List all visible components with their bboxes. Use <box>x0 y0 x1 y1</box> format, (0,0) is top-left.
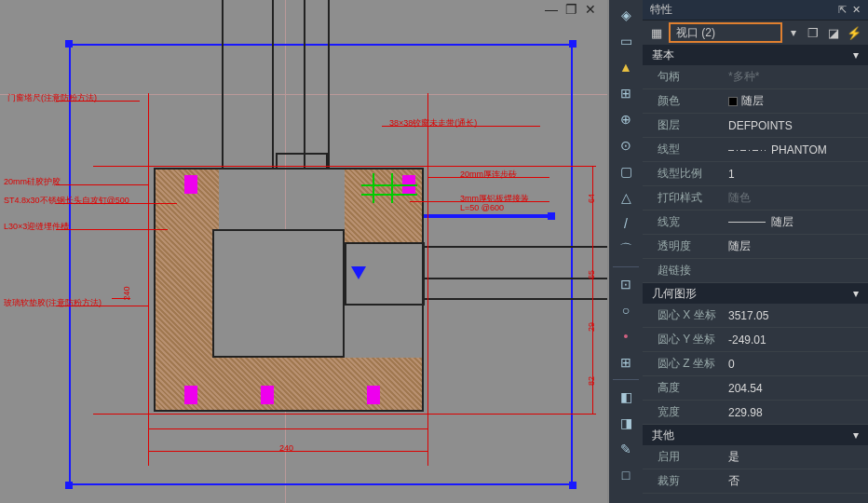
rebar-2 <box>361 194 417 196</box>
frame-bot <box>154 410 424 412</box>
select-similar-icon[interactable]: ◪ <box>825 24 842 41</box>
prop-lineweight[interactable]: 线宽随层 <box>643 211 868 235</box>
profile-v2 <box>272 0 274 170</box>
prop-centerz[interactable]: 圆心 Z 坐标0 <box>643 352 868 376</box>
prop-plotstyle[interactable]: 打印样式随色 <box>643 186 868 211</box>
selection-text: 视口 (2) <box>676 25 715 41</box>
tool-block-icon[interactable]: ⊞ <box>615 351 637 374</box>
tool-rotate-icon[interactable]: ⊙ <box>615 134 637 156</box>
rebar-v1 <box>373 173 374 203</box>
dim-82: 82 <box>587 376 596 386</box>
grip2-r[interactable] <box>548 212 555 220</box>
grip-tl[interactable] <box>65 40 73 48</box>
tool-point-icon[interactable]: • <box>615 325 637 347</box>
profile-v3 <box>304 0 305 170</box>
selection-row: ▦ 视口 (2) ▾ ❐ ◪ ⚡ <box>643 20 868 45</box>
note-3: ST4.8x30不锈钢长头自攻钉@500 <box>4 195 129 207</box>
note-2: 20mm硅胶护胶 <box>4 176 61 188</box>
prop-hyperlink[interactable]: 超链接 <box>643 259 868 283</box>
prop-transparency[interactable]: 透明度随层 <box>643 235 868 259</box>
properties-panel: 特性 ⇱ ✕ ▦ 视口 (2) ▾ ❐ ◪ ⚡ 基本 ▾ 句柄*多种* 颜色随层… <box>643 0 868 503</box>
profile-h1 <box>425 246 607 248</box>
prop-ltscale[interactable]: 线型比例1 <box>643 162 868 186</box>
grip-br[interactable] <box>569 482 576 489</box>
tool-mirror-icon[interactable]: ▲ <box>615 56 637 78</box>
section-basic-label: 基本 <box>652 48 674 63</box>
dim-240-bottom: 240 <box>279 443 293 453</box>
section-misc[interactable]: 其他 ▾ <box>643 425 868 445</box>
prop-centery[interactable]: 圆心 Y 坐标-249.01 <box>643 328 868 352</box>
tool-scale-icon[interactable]: ▢ <box>615 160 637 183</box>
prop-clipped[interactable]: 裁剪否 <box>643 469 868 494</box>
toolbar-separator <box>613 266 639 267</box>
leader-2 <box>56 184 149 185</box>
toggle-pip-icon[interactable]: ▦ <box>648 24 665 41</box>
anchor-3 <box>261 386 274 404</box>
tool-align-right-icon[interactable]: ◨ <box>615 412 637 434</box>
dim-bottom2 <box>148 428 427 429</box>
tool-rectangle-icon[interactable]: ▭ <box>615 30 637 52</box>
note-6: 38×38铰窗未走带(通长) <box>389 117 477 129</box>
quick-select-icon[interactable]: ❐ <box>805 24 821 41</box>
tool-eraser-icon[interactable]: ◈ <box>615 4 637 26</box>
prop-layer[interactable]: 图层DEFPOINTS <box>643 114 868 138</box>
panel-title: 特性 <box>650 2 833 18</box>
profile-v4 <box>328 0 330 170</box>
dim-v2 <box>427 93 428 466</box>
prop-linetype[interactable]: 线型PHANTOM <box>643 138 868 162</box>
panel-header[interactable]: 特性 ⇱ ✕ <box>643 0 868 20</box>
tool-align-left-icon[interactable]: ◧ <box>615 386 637 408</box>
prop-height[interactable]: 高度204.54 <box>643 376 868 401</box>
tool-line-icon[interactable]: / <box>615 212 637 235</box>
grip-tr[interactable] <box>569 40 576 48</box>
tool-palette-toolbar: ◈ ▭ ▲ ⊞ ⊕ ⊙ ▢ △ / ⌒ ⊡ ○ • ⊞ ◧ ◨ ✎ □ <box>609 0 643 503</box>
minimize-icon[interactable]: — <box>545 2 558 17</box>
dim-h2 <box>93 414 596 415</box>
dim-v1 <box>148 93 149 466</box>
profile-h2 <box>425 278 607 279</box>
restore-icon[interactable]: ❐ <box>565 2 577 17</box>
close-icon[interactable]: ✕ <box>585 2 596 17</box>
canvas-window-controls: — ❐ ✕ <box>545 2 596 17</box>
profile-h3 <box>425 298 607 300</box>
lightning-icon[interactable]: ⚡ <box>846 24 862 41</box>
prop-centerx[interactable]: 圆心 X 坐标3517.05 <box>643 304 868 328</box>
section-geometry[interactable]: 几何图形 ▾ <box>643 283 868 304</box>
rebar-1 <box>361 184 417 186</box>
triangle-marker <box>351 266 366 279</box>
tool-edit-icon[interactable]: ✎ <box>615 438 637 460</box>
tool-move-icon[interactable]: ⊕ <box>615 108 637 130</box>
leader-4 <box>56 229 168 230</box>
grip-bl[interactable] <box>65 482 73 489</box>
dim-65: 65 <box>587 270 596 279</box>
toolbar-separator-2 <box>613 379 639 380</box>
tool-box-icon[interactable]: □ <box>615 464 637 486</box>
chevron-down-icon: ▾ <box>853 48 859 61</box>
panel-close-icon[interactable]: ✕ <box>852 4 861 16</box>
prop-color[interactable]: 颜色随层 <box>643 89 868 114</box>
tool-arc-icon[interactable]: ⌒ <box>615 238 637 261</box>
anchor-1 <box>184 175 197 194</box>
section-misc-label: 其他 <box>652 428 674 443</box>
section-geometry-label: 几何图形 <box>652 286 697 302</box>
section-basic[interactable]: 基本 ▾ <box>643 45 868 65</box>
rebar-v2 <box>391 173 393 203</box>
selection-dropdown[interactable]: 视口 (2) <box>669 22 782 43</box>
pin-icon[interactable]: ⇱ <box>838 4 847 16</box>
tool-hatch-icon[interactable]: ⊞ <box>615 82 637 104</box>
mullion-box-1 <box>276 153 328 170</box>
drawing-canvas[interactable]: — ❐ ✕ <box>0 0 607 503</box>
tool-stretch-icon[interactable]: △ <box>615 186 637 209</box>
profile-v1 <box>222 0 224 170</box>
selection-chevron-icon[interactable]: ▾ <box>786 26 801 39</box>
tool-circle-icon[interactable]: ○ <box>615 299 637 321</box>
lineweight-preview-icon <box>728 222 766 223</box>
anchor-2 <box>184 386 197 404</box>
tool-array-icon[interactable]: ⊡ <box>615 273 637 295</box>
dim-64: 64 <box>587 194 596 203</box>
linetype-preview-icon <box>728 150 766 151</box>
prop-handle[interactable]: 句柄*多种* <box>643 65 868 89</box>
prop-on[interactable]: 启用是 <box>643 445 868 469</box>
prop-width[interactable]: 宽度229.98 <box>643 401 868 425</box>
note-7: 20mm厚连步砖 <box>460 169 517 181</box>
